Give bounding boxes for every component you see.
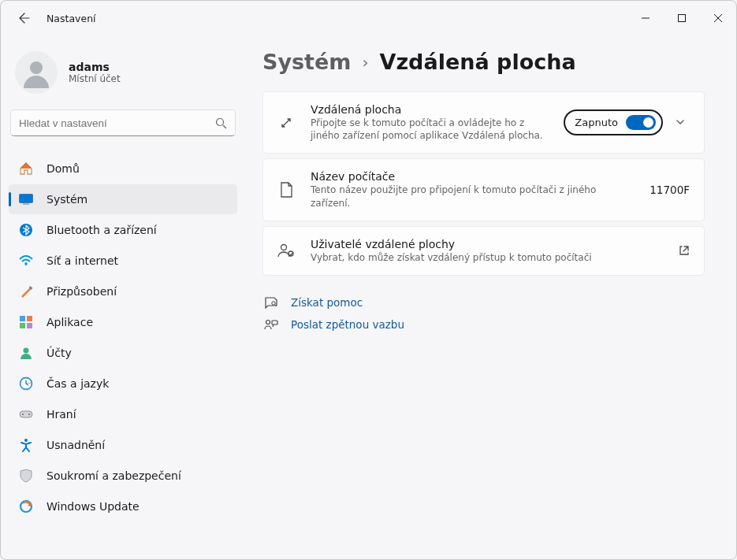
card-title: Uživatelé vzdálené plochy [311,238,664,250]
nav-list: Domů Systém Bluetooth a zařízení Síť a i… [9,154,237,521]
nav-privacy[interactable]: Soukromí a zabezpečení [9,461,237,491]
card-remote-users[interactable]: Uživatelé vzdálené plochy Vybrat, kdo mů… [262,226,705,276]
close-icon [714,14,722,22]
svg-rect-0 [679,15,686,22]
card-title: Vzdálená plocha [311,103,549,116]
gamepad-icon [18,406,34,422]
card-sub: Tento název použijte pro připojení k tom… [311,184,635,209]
card-title: Název počítače [311,170,635,183]
search-icon [215,117,227,129]
nav-label: Bluetooth a zařízení [47,224,157,236]
shield-icon [18,468,34,484]
minimize-icon [642,14,650,22]
account-block[interactable]: adams Místní účet [9,35,237,109]
feedback-icon [262,318,280,331]
svg-rect-8 [20,316,25,321]
svg-rect-15 [20,411,32,417]
nav-label: Hraní [47,408,76,421]
card-pc-name: Název počítače Tento název použijte pro … [262,158,705,221]
window-title: Nastavení [47,13,96,24]
nav-bluetooth[interactable]: Bluetooth a zařízení [9,215,237,245]
remote-desktop-toggle[interactable] [626,115,656,130]
nav-gaming[interactable]: Hraní [9,399,237,429]
back-button[interactable] [9,2,40,34]
account-type: Místní účet [69,73,121,84]
svg-rect-3 [20,195,33,203]
pc-name-value: 11700F [650,184,690,196]
open-link-icon [679,245,690,256]
remote-desktop-icon [276,113,296,133]
person-icon [20,57,52,88]
breadcrumb-current: Vzdálená plocha [379,50,575,74]
expand-button[interactable] [671,112,690,134]
users-icon [276,240,296,261]
svg-rect-11 [27,323,32,328]
svg-point-18 [24,439,28,442]
nav-label: Aplikace [47,316,93,328]
maximize-icon [678,14,686,22]
toggle-label: Zapnuto [575,117,618,128]
nav-network[interactable]: Síť a internet [9,246,237,276]
help-icon [262,296,280,309]
get-help-link[interactable]: Získat pomoc [291,296,363,309]
svg-rect-24 [272,321,277,325]
clock-icon [18,376,34,391]
breadcrumb-root[interactable]: Systém [262,50,351,74]
card-remote-desktop[interactable]: Vzdálená plocha Připojte se k tomuto poč… [262,91,705,154]
svg-point-23 [266,320,270,324]
breadcrumb: Systém › Vzdálená plocha [262,50,705,74]
card-sub: Vybrat, kdo může získat vzdálený přístup… [311,251,664,264]
update-icon [18,499,34,514]
nav-personalization[interactable]: Přizpůsobení [9,276,237,306]
svg-point-16 [22,414,24,415]
bluetooth-icon [18,222,34,238]
nav-label: Domů [47,162,80,175]
card-sub: Připojte se k tomuto počítači a ovládejt… [311,117,549,142]
wifi-icon [18,253,34,269]
chevron-down-icon [676,117,685,127]
send-feedback-link[interactable]: Poslat zpětnou vazbu [291,318,404,331]
nav-label: Přizpůsobení [47,285,117,298]
nav-apps[interactable]: Aplikace [9,307,237,337]
account-icon [18,345,34,361]
search-box[interactable] [10,109,236,136]
apps-icon [18,314,34,330]
sidebar: adams Místní účet Domů Systém [1,35,245,559]
nav-time[interactable]: Čas a jazyk [9,369,237,399]
nav-label: Soukromí a zabezpečení [47,469,181,482]
chevron-right-icon: › [362,53,368,72]
avatar [15,51,58,94]
back-arrow-icon [18,12,31,24]
nav-label: Usnadnění [47,439,105,451]
nav-home[interactable]: Domů [9,154,237,184]
search-input[interactable] [19,117,215,129]
home-icon [18,161,34,176]
nav-update[interactable]: Windows Update [9,491,237,521]
account-name: adams [69,61,121,73]
nav-label: Čas a jazyk [47,377,109,390]
nav-label: Windows Update [47,500,140,513]
svg-rect-4 [23,204,29,205]
help-links: Získat pomoc Poslat zpětnou vazbu [262,296,705,331]
minimize-button[interactable] [627,6,664,31]
svg-point-1 [30,61,43,74]
nav-label: Systém [47,193,87,206]
svg-point-20 [281,245,287,250]
close-button[interactable] [700,6,736,31]
svg-point-17 [28,414,30,415]
nav-label: Síť a internet [47,254,118,267]
nav-accessibility[interactable]: Usnadnění [9,430,237,460]
titlebar: Nastavení [1,1,736,35]
window-controls [627,6,736,31]
maximize-button[interactable] [664,6,700,31]
nav-system[interactable]: Systém [9,184,237,214]
help-link-row: Získat pomoc [262,296,705,309]
remote-desktop-toggle-group: Zapnuto [564,109,663,135]
svg-point-12 [24,348,29,354]
accessibility-icon [18,437,34,453]
nav-accounts[interactable]: Účty [9,338,237,368]
svg-rect-9 [27,316,32,321]
nav-label: Účty [47,347,72,359]
svg-point-2 [217,118,224,125]
document-icon [276,180,296,200]
